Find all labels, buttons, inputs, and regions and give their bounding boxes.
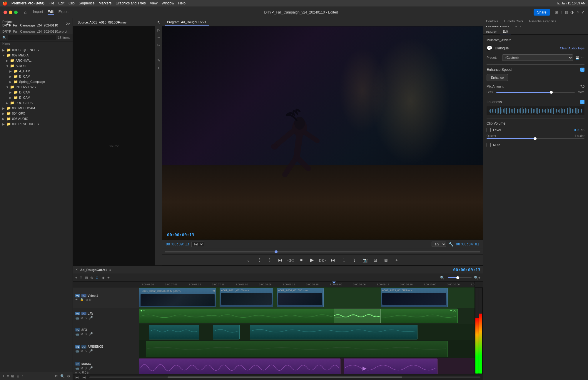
type-tool[interactable]: T <box>156 65 162 71</box>
volume-slider-thumb[interactable] <box>534 137 537 140</box>
menu-help[interactable]: Help <box>178 1 186 5</box>
mark-in-button[interactable]: ⬦ <box>245 257 252 264</box>
zoom-out-icon[interactable]: 🔍- <box>440 276 446 280</box>
camera-button[interactable]: 📷 <box>361 257 368 264</box>
video-clip-1[interactable]: B001_B002_0815CS.mov [200%] fx <box>139 288 216 307</box>
menu-graphics-titles[interactable]: Graphics and Titles <box>116 1 146 5</box>
menu-edit[interactable]: Edit <box>58 1 64 5</box>
sequence-settings-icon[interactable]: ≡ <box>109 268 111 272</box>
clear-audio-type-button[interactable]: Clear Audio Type <box>560 46 584 50</box>
menu-file[interactable]: File <box>49 1 54 5</box>
tree-item-interviews[interactable]: ▼ 📁 INTERVIEWS <box>0 84 73 90</box>
fit-selector[interactable]: Fit <box>191 242 204 247</box>
tree-item-resources[interactable]: ▶ 📁 006 RESOURCES <box>0 121 73 127</box>
automate-icon[interactable]: ⟳ <box>55 374 58 378</box>
timeline-start-icon[interactable]: ⏮ <box>75 375 79 379</box>
stop-button[interactable]: ■ <box>298 257 305 264</box>
panels-icon[interactable]: ▥ <box>564 10 568 14</box>
a2-clip-long[interactable] <box>250 325 418 339</box>
list-view-icon[interactable]: ≡ <box>7 374 9 378</box>
menu-view[interactable]: View <box>150 1 158 5</box>
a2-clip-1[interactable] <box>149 325 199 339</box>
menu-markers[interactable]: Markers <box>99 1 111 5</box>
program-tab[interactable]: Program: Ad_RoughCut-V1 <box>165 19 209 26</box>
insert-button[interactable]: ⤵ <box>340 257 347 264</box>
tree-item-logclips[interactable]: ▶ 📁 LOG CLIPS <box>0 100 73 106</box>
a3-cam-icon[interactable]: 📹 <box>75 349 79 353</box>
v1-eye-icon[interactable]: 👁 <box>75 298 78 301</box>
save-preset-icon[interactable]: 💾 <box>575 56 579 60</box>
nav-edit[interactable]: Edit <box>48 10 54 15</box>
lift-button[interactable]: ⊡ <box>372 257 379 264</box>
minimize-button[interactable] <box>9 11 12 14</box>
track-select-tool[interactable]: ▷ <box>156 27 162 33</box>
v1-track-header[interactable]: V1 V1 Video 1 👁 🔒 ◁ ▷ <box>73 287 139 308</box>
step-forward-button[interactable]: ▷▷ <box>319 257 326 264</box>
step-back-button[interactable]: ◁◁ <box>287 257 294 264</box>
a1-m-btn[interactable]: M <box>81 317 83 320</box>
tab-controls[interactable]: Controls <box>483 18 501 24</box>
sub-tab-browse[interactable]: Browse <box>483 30 500 34</box>
zoom-in-icon[interactable]: 🔍+ <box>474 276 480 280</box>
a1-track-header[interactable]: A1 A1 LAV 📹 M S 🎤 <box>73 308 139 324</box>
menu-sequence[interactable]: Sequence <box>79 1 95 5</box>
enhance-speech-checkbox[interactable]: ✓ <box>580 68 584 72</box>
source-tab[interactable]: Source: A001_A015_0815OF.mov <box>75 20 129 25</box>
tree-item-acam[interactable]: ▶ 📁 A_CAM <box>0 68 73 74</box>
a4-cam-icon[interactable]: 📹 <box>75 367 79 370</box>
nav-import[interactable]: Import <box>33 10 43 15</box>
tree-item-sequences[interactable]: ▶ 📁 001 SEQUENCES <box>0 47 73 53</box>
preset-menu-icon[interactable]: ⋯ <box>581 56 584 60</box>
tree-item-multicam[interactable]: ▶ 📁 003 MULTICAM <box>0 106 73 111</box>
a3-clip[interactable] <box>146 341 448 357</box>
mix-slider-thumb[interactable] <box>550 91 553 94</box>
tree-item-spring-campaign[interactable]: ▶ 📁 Spring_Campaign <box>0 79 73 84</box>
a4-track-header[interactable]: A4 MUSIC 📹 M S 🎤 0. ◁ <box>73 358 139 374</box>
nav-export[interactable]: Export <box>59 10 69 15</box>
icon-view-icon[interactable]: ⊞ <box>11 374 14 378</box>
new-bin-icon[interactable]: + <box>2 374 4 378</box>
a3-track-header[interactable]: A1 A3 AMBIENCE 📹 M S 🎤 <box>73 340 139 358</box>
a1-s-btn[interactable]: S <box>85 317 87 320</box>
mix-slider[interactable] <box>496 92 575 93</box>
zoom-thumb[interactable] <box>456 276 459 279</box>
page-indicator[interactable]: 1/2 <box>432 242 446 247</box>
fullscreen-button[interactable] <box>14 11 18 14</box>
tree-item-gfx[interactable]: ▶ 📁 004 GFX <box>0 111 73 116</box>
timeline-timecode[interactable]: 00:00:09:13 <box>453 267 480 272</box>
preset-select[interactable]: (Custom) <box>502 54 573 61</box>
a4-vol-down[interactable]: ◁ <box>79 371 81 374</box>
tab-essential-graphics[interactable]: Essential Graphics <box>526 18 559 24</box>
a4-mic-icon[interactable]: 🎤 <box>88 366 93 370</box>
marker-icon[interactable]: ◆ <box>102 276 105 280</box>
timeline-end-icon[interactable]: ⏭ <box>82 375 86 379</box>
tree-item-dcam[interactable]: ▶ 📁 D_CAM <box>0 90 73 95</box>
timeline-scrollbar[interactable] <box>89 376 480 378</box>
scrollbar-thumb[interactable] <box>168 376 402 378</box>
effects-icon[interactable]: ✦ <box>107 276 110 280</box>
timecode-in-display[interactable]: 00:00:09:13 <box>166 242 189 246</box>
share-button[interactable]: Share <box>534 9 550 16</box>
tree-item-bcam[interactable]: ▶ 📁 B_CAM <box>0 74 73 79</box>
search-input[interactable] <box>8 35 56 40</box>
go-to-in-button[interactable]: ⏮ <box>277 257 284 264</box>
a3-m-btn[interactable]: M <box>81 349 83 353</box>
a2-clip-2[interactable] <box>213 325 240 339</box>
close-button[interactable] <box>4 11 7 14</box>
a4-clip-1[interactable] <box>139 359 340 374</box>
timeline-settings-icon[interactable]: ⊞ <box>85 276 88 280</box>
menu-window[interactable]: Window <box>162 1 174 5</box>
ripple-edit-tool[interactable]: ⊣ <box>156 35 162 41</box>
a2-track-header[interactable]: A2 SFX 📹 M S 🎤 <box>73 324 139 340</box>
freeform-icon[interactable]: ⊟ <box>16 374 19 378</box>
a2-m-btn[interactable]: M <box>81 333 83 336</box>
level-checkbox[interactable] <box>487 128 491 132</box>
tree-item-broll[interactable]: ▼ 📁 B-ROLL <box>0 63 73 68</box>
tree-item-ecam[interactable]: ▶ 📁 E_CAM <box>0 95 73 100</box>
a4-m-btn[interactable]: M <box>81 367 83 370</box>
panel-more-icon[interactable]: ≫ <box>66 21 70 26</box>
overwrite-button[interactable]: ⤵ <box>351 257 358 264</box>
a2-s-btn[interactable]: S <box>85 333 87 336</box>
link-icon[interactable]: ⊙ <box>96 276 98 280</box>
a2-mic-icon[interactable]: 🎤 <box>88 332 93 336</box>
